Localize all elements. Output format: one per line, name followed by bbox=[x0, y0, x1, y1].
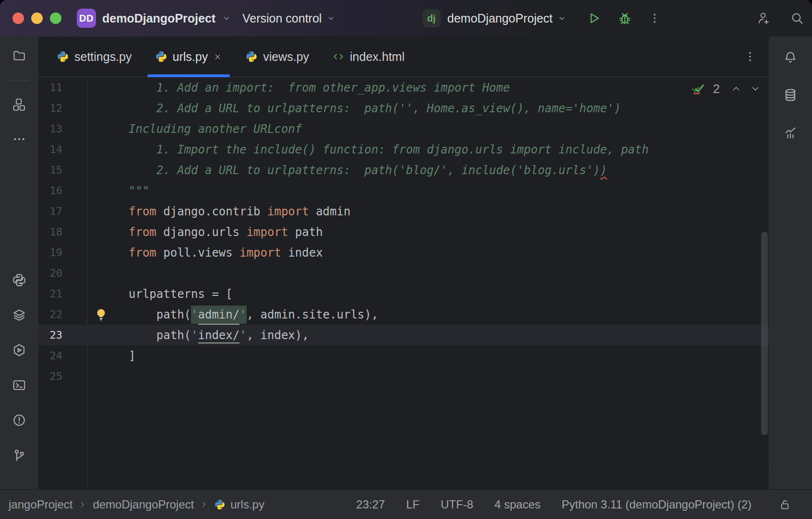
folder-icon bbox=[12, 48, 26, 63]
layers-icon bbox=[12, 308, 26, 322]
breadcrumb-item-urls.py[interactable]: urls.py bbox=[214, 498, 264, 511]
line-number[interactable]: 12 bbox=[38, 102, 87, 114]
tool-stripe-folder-button[interactable] bbox=[0, 44, 38, 67]
tool-stripe-more-button[interactable] bbox=[0, 128, 38, 151]
code-text: from django.urls import path bbox=[87, 225, 323, 239]
code-segment: 1. Import the include() function: from d… bbox=[129, 143, 649, 156]
code-line[interactable]: 16""" bbox=[38, 180, 769, 201]
line-number[interactable]: 18 bbox=[38, 226, 87, 238]
tab-settings.py[interactable]: settings.py bbox=[45, 36, 143, 77]
tab-options-kebab-icon[interactable] bbox=[744, 50, 756, 63]
editor[interactable]: 11 1. Add an import: from other_app.view… bbox=[38, 77, 769, 489]
run-button[interactable] bbox=[587, 11, 601, 25]
code-text: urlpatterns = [ bbox=[87, 287, 233, 301]
next-problem-chevron-down-icon[interactable] bbox=[750, 83, 761, 94]
line-number[interactable]: 23 bbox=[38, 329, 87, 341]
line-number[interactable]: 15 bbox=[38, 164, 87, 176]
tool-stripe-layers-button[interactable] bbox=[0, 304, 38, 327]
code-line[interactable]: 12 2. Add a URL to urlpatterns: path('',… bbox=[38, 98, 769, 118]
breadcrumb-item-demoDjangoProject[interactable]: demoDjangoProject bbox=[93, 498, 194, 511]
inspections-widget[interactable]: 2 bbox=[690, 81, 761, 96]
line-number[interactable]: 19 bbox=[38, 247, 87, 259]
code-segment: , index), bbox=[247, 329, 309, 342]
line-number[interactable]: 14 bbox=[38, 143, 87, 155]
code-segment: ) bbox=[600, 164, 607, 177]
code-line[interactable]: 15 2. Add a URL to urlpatterns: path('bl… bbox=[38, 160, 769, 180]
status-file-encoding[interactable]: UTF-8 bbox=[441, 498, 473, 511]
line-number[interactable]: 21 bbox=[38, 288, 87, 300]
unlocked-padlock-icon[interactable] bbox=[778, 498, 792, 511]
code-line[interactable]: 18from django.urls import path bbox=[38, 222, 769, 242]
code-line[interactable]: 13Including another URLconf bbox=[38, 118, 769, 139]
line-number[interactable]: 24 bbox=[38, 350, 87, 362]
chevron-down-icon bbox=[326, 13, 336, 23]
code-line[interactable]: 17from django.contrib import admin bbox=[38, 201, 769, 222]
code-line[interactable]: 11 1. Add an import: from other_app.view… bbox=[38, 77, 769, 98]
code-text: 2. Add a URL to urlpatterns: path('', Ho… bbox=[87, 102, 621, 115]
code-line[interactable]: 25 bbox=[38, 366, 769, 387]
code-text: ] bbox=[87, 349, 135, 363]
code-segment: 2. Add a URL to urlpatterns: path('blog/… bbox=[129, 164, 600, 177]
project-widget[interactable]: DD demoDjangoProject bbox=[77, 0, 231, 36]
close-icon[interactable] bbox=[213, 52, 222, 61]
status-python-interpreter[interactable]: Python 3.11 (demoDjangoProject) (2) bbox=[561, 498, 752, 511]
code-line[interactable]: 21urlpatterns = [ bbox=[38, 283, 769, 304]
code-segment: import bbox=[247, 225, 288, 239]
code-segment: 1. Add an import: from other_app.views i… bbox=[129, 81, 510, 94]
code-line[interactable]: 20 bbox=[38, 263, 769, 283]
code-line[interactable]: 19from poll.views import index bbox=[38, 242, 769, 263]
more-actions-kebab-icon[interactable] bbox=[648, 12, 661, 24]
line-number[interactable]: 11 bbox=[38, 82, 87, 94]
code-line[interactable]: 14 1. Import the include() function: fro… bbox=[38, 139, 769, 160]
code-line[interactable]: 24] bbox=[38, 345, 769, 366]
title-bar: DD demoDjangoProject Version control dj … bbox=[0, 0, 812, 36]
stripe-divider bbox=[9, 81, 29, 81]
line-number[interactable]: 16 bbox=[38, 185, 87, 197]
structure-icon bbox=[12, 97, 26, 112]
tool-stripe-problems-button[interactable] bbox=[0, 409, 38, 432]
debug-button[interactable] bbox=[618, 11, 632, 25]
tool-stripe-structure-button[interactable] bbox=[0, 93, 38, 116]
code-segment: ' bbox=[191, 306, 198, 324]
breadcrumb-label: urls.py bbox=[230, 498, 264, 511]
intention-bulb-icon[interactable] bbox=[94, 307, 108, 321]
tool-stripe-bell-button[interactable] bbox=[769, 46, 812, 69]
status-indent-style[interactable]: 4 spaces bbox=[494, 498, 540, 511]
code-with-me-add-user-icon[interactable] bbox=[756, 11, 771, 25]
tool-stripe-chart-button[interactable] bbox=[769, 121, 812, 144]
tab-views.py[interactable]: views.py bbox=[234, 36, 321, 77]
tab-urls.py[interactable]: urls.py bbox=[143, 36, 234, 77]
tool-stripe-git-branch-button[interactable] bbox=[0, 444, 38, 467]
tool-stripe-python-button[interactable] bbox=[0, 269, 38, 292]
version-control-widget[interactable]: Version control bbox=[242, 0, 336, 36]
tool-stripe-services-button[interactable] bbox=[0, 339, 38, 362]
tab-index.html[interactable]: index.html bbox=[321, 36, 416, 77]
line-number[interactable]: 17 bbox=[38, 205, 87, 217]
tool-stripe-database-button[interactable] bbox=[769, 83, 812, 106]
previous-problem-chevron-up-icon[interactable] bbox=[730, 83, 742, 94]
python-file-icon bbox=[245, 50, 258, 63]
code-line[interactable]: 23 path('index/', index), bbox=[38, 325, 769, 345]
chevron-down-icon[interactable] bbox=[557, 13, 567, 23]
close-window-button[interactable] bbox=[12, 12, 24, 24]
minimize-window-button[interactable] bbox=[31, 12, 43, 24]
zoom-window-button[interactable] bbox=[50, 12, 61, 24]
line-number[interactable]: 20 bbox=[38, 267, 87, 279]
code-line[interactable]: 22 path('admin/', admin.site.urls), bbox=[38, 304, 769, 325]
line-number[interactable]: 13 bbox=[38, 123, 87, 135]
tool-stripe-terminal-button[interactable] bbox=[0, 374, 38, 397]
line-number[interactable]: 22 bbox=[38, 308, 87, 320]
traffic-lights bbox=[12, 0, 61, 36]
django-run-config-icon[interactable]: dj bbox=[422, 9, 441, 27]
breadcrumb-item-jangoProject[interactable]: jangoProject bbox=[9, 498, 72, 511]
line-number[interactable]: 25 bbox=[38, 370, 87, 382]
status-line-separator[interactable]: LF bbox=[406, 498, 419, 511]
status-caret-position[interactable]: 23:27 bbox=[356, 498, 385, 511]
main-area: settings.pyurls.pyviews.pyindex.html 11 … bbox=[0, 36, 812, 489]
run-config-name[interactable]: demoDjangoProject bbox=[447, 12, 553, 25]
status-bar: jangoProjectdemoDjangoProjecturls.py 23:… bbox=[0, 489, 812, 519]
scrollbar-thumb[interactable] bbox=[761, 232, 768, 435]
code-text: 1. Import the include() function: from d… bbox=[87, 143, 649, 156]
search-everywhere-icon[interactable] bbox=[790, 11, 804, 25]
python-file-icon bbox=[155, 50, 167, 63]
